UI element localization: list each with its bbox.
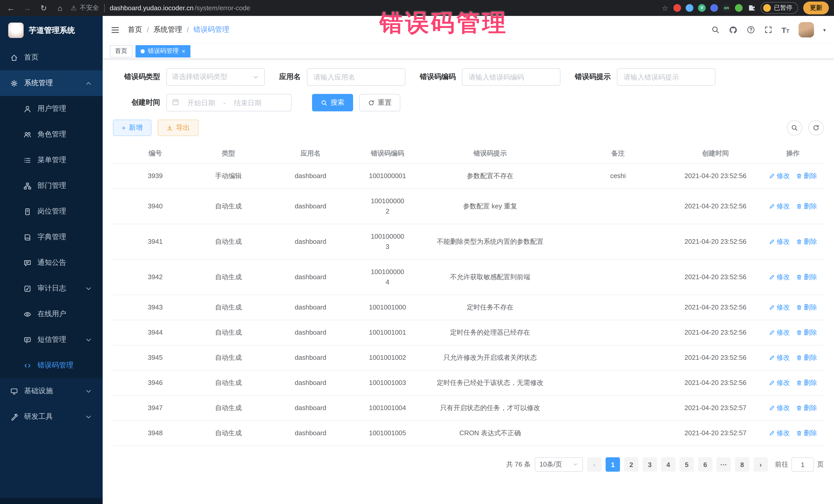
eye-icon	[24, 310, 31, 318]
pagination-more[interactable]: ···	[717, 457, 731, 472]
reload-icon[interactable]: ↻	[38, 2, 49, 14]
export-button[interactable]: 导出	[158, 119, 199, 136]
pagination-page-2[interactable]: 2	[624, 457, 638, 472]
date-range-picker[interactable]: -	[166, 94, 291, 111]
tab-error-code[interactable]: 错误码管理×	[135, 45, 191, 57]
github-icon[interactable]	[728, 25, 737, 34]
pagination-page-6[interactable]: 6	[698, 457, 712, 472]
tab-home[interactable]: 首页	[110, 45, 132, 57]
sidebar-item-role-management[interactable]: 角色管理	[0, 122, 103, 147]
delete-link[interactable]: 删除	[796, 237, 817, 246]
forward-icon[interactable]: →	[22, 2, 33, 14]
help-icon[interactable]	[746, 26, 755, 34]
extension-icon-color-picker[interactable]	[686, 4, 694, 12]
refresh-icon[interactable]	[808, 120, 824, 135]
app-name-input[interactable]	[307, 68, 405, 86]
edit-link[interactable]: 修改	[769, 353, 790, 363]
pagination-prev-button[interactable]: ‹	[587, 457, 601, 472]
extension-icon-vue-devtools[interactable]: V	[698, 4, 706, 12]
edit-link[interactable]: 修改	[769, 237, 790, 246]
sidebar-item-dict-management[interactable]: 字典管理	[0, 224, 103, 250]
edit-link[interactable]: 修改	[769, 429, 790, 438]
pagination-page-4[interactable]: 4	[661, 457, 675, 472]
page-size-select[interactable]: 10条/页	[535, 457, 583, 472]
error-code-input[interactable]	[462, 68, 561, 86]
fullscreen-icon[interactable]	[764, 26, 772, 34]
reset-button[interactable]: 重置	[359, 94, 400, 111]
delete-link[interactable]: 删除	[796, 353, 817, 363]
toggle-search-icon[interactable]	[787, 120, 802, 135]
cell-actions: 修改删除	[762, 295, 824, 319]
sidebar-item-post-management[interactable]: 岗位管理	[0, 199, 103, 224]
breadcrumb-item[interactable]: 首页	[128, 25, 142, 35]
sidebar-item-label: 岗位管理	[38, 207, 66, 216]
edit-link[interactable]: 修改	[769, 303, 790, 312]
security-indicator[interactable]: ⚠ 不安全	[71, 4, 99, 12]
sidebar-item-audit-log[interactable]: 审计日志	[0, 276, 103, 301]
delete-link[interactable]: 删除	[796, 171, 817, 181]
edit-link[interactable]: 修改	[769, 171, 790, 181]
pagination-next-button[interactable]: ›	[753, 457, 768, 472]
back-icon[interactable]: ←	[5, 2, 17, 14]
profile-chip[interactable]: 已暂停	[761, 2, 798, 14]
sidebar-item-sms-management[interactable]: 短信管理	[0, 327, 103, 353]
start-date-input[interactable]	[182, 99, 220, 107]
delete-link[interactable]: 删除	[796, 328, 817, 337]
sidebar-item-notice-management[interactable]: 通知公告	[0, 250, 103, 276]
sidebar-item-home[interactable]: 首页	[0, 45, 103, 70]
error-type-select[interactable]: 请选择错误码类型	[166, 68, 265, 86]
cell-id: 3945	[113, 345, 198, 370]
pagination-page-5[interactable]: 5	[680, 457, 694, 472]
hamburger-icon[interactable]	[111, 25, 119, 34]
extensions-puzzle-icon[interactable]	[748, 4, 755, 12]
cell-actions: 修改删除	[762, 421, 824, 445]
edit-link[interactable]: 修改	[769, 378, 790, 388]
edit-link[interactable]: 修改	[769, 272, 790, 282]
delete-link[interactable]: 删除	[796, 202, 817, 211]
bookmark-star-icon[interactable]: ☆	[662, 4, 668, 12]
sidebar-item-dev-tools[interactable]: 研发工具	[0, 404, 103, 430]
font-size-icon[interactable]: TT	[782, 25, 789, 34]
sidebar-item-online-user[interactable]: 在线用户	[0, 301, 103, 327]
filter-hint: 错误码提示	[575, 68, 716, 86]
delete-link[interactable]: 删除	[796, 272, 817, 282]
pagination-page-3[interactable]: 3	[642, 457, 657, 472]
extension-icon-recorder[interactable]	[673, 4, 681, 12]
home-nav-icon[interactable]: ⌂	[54, 2, 66, 14]
extension-icon-leaf-tool[interactable]	[735, 4, 743, 12]
delete-link[interactable]: 删除	[796, 429, 817, 438]
logo[interactable]: 芋道管理系统	[0, 16, 103, 45]
add-button[interactable]: + 新增	[113, 119, 151, 136]
error-hint-input[interactable]	[617, 68, 716, 86]
sidebar-item-error-code-management[interactable]: 错误码管理	[0, 353, 103, 378]
breadcrumb-item[interactable]: 系统管理	[153, 25, 182, 35]
delete-link[interactable]: 删除	[796, 403, 817, 413]
extension-icon-grid-tool[interactable]	[710, 4, 718, 12]
list-icon	[24, 156, 31, 164]
edit-link[interactable]: 修改	[769, 328, 790, 337]
sidebar-item-user-management[interactable]: 用户管理	[0, 96, 103, 122]
cell-remark	[567, 376, 669, 390]
cell-hint: 不允许获取敏感配置到前端	[413, 265, 567, 289]
goto-page-input[interactable]	[791, 457, 814, 472]
delete-link[interactable]: 删除	[796, 378, 817, 388]
search-button[interactable]: 搜索	[312, 94, 353, 111]
pagination-page-8[interactable]: 8	[735, 457, 749, 472]
edit-link[interactable]: 修改	[769, 202, 790, 211]
end-date-input[interactable]	[229, 99, 267, 107]
update-button[interactable]: 更新	[803, 2, 829, 14]
sidebar-item-menu-management[interactable]: 菜单管理	[0, 147, 103, 173]
sidebar-collapse-bar[interactable]	[0, 498, 103, 504]
avatar[interactable]	[798, 22, 814, 38]
pagination-page-1[interactable]: 1	[606, 457, 620, 472]
avatar-caret-icon[interactable]: ▾	[823, 27, 826, 32]
sidebar-item-system-management[interactable]: 系统管理	[0, 70, 103, 96]
tab-close-icon[interactable]: ×	[182, 48, 185, 54]
extension-icon-proxy-switch[interactable]: on	[723, 4, 730, 12]
security-label: 不安全	[80, 4, 99, 12]
delete-link[interactable]: 删除	[796, 303, 817, 312]
sidebar-item-dept-management[interactable]: 部门管理	[0, 173, 103, 199]
edit-link[interactable]: 修改	[769, 403, 790, 413]
sidebar-item-infrastructure[interactable]: 基础设施	[0, 378, 103, 404]
search-icon[interactable]	[711, 26, 719, 34]
